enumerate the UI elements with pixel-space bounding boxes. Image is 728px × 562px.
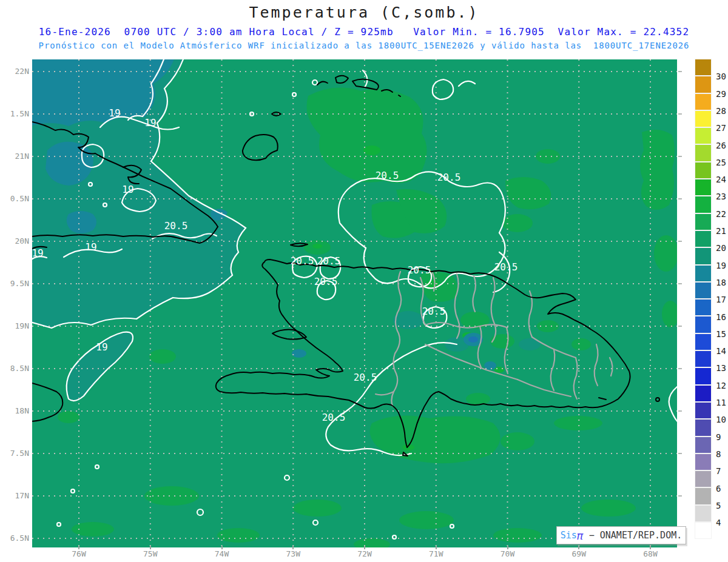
colorbar-tick-label: 24 [716, 174, 726, 185]
y-axis-label: 22N [0, 67, 29, 76]
contour-label: 19 [85, 241, 96, 253]
colorbar-tick-label: 5 [716, 500, 721, 511]
x-axis-label: 76W [59, 549, 98, 558]
colorbar-cell [695, 196, 711, 212]
contour-label: 19 [122, 184, 133, 195]
colorbar-cell [695, 179, 711, 195]
colorbar-tick-label: 23 [716, 191, 726, 202]
contour-label: 20.5 [408, 264, 431, 276]
colorbar-cell [695, 506, 711, 521]
x-axis-tick [650, 546, 651, 549]
y-axis-label: 8.5N [0, 364, 29, 373]
colorbar-cell [695, 283, 711, 298]
colorbar-cell [695, 454, 711, 470]
y-axis-label: 0.5N [0, 194, 29, 204]
x-axis-tick [364, 546, 365, 549]
page-title: Temperatura (C,somb.) [0, 4, 728, 21]
x-axis-tick [436, 546, 437, 549]
contour-label: 20.5 [422, 306, 446, 317]
contour-label: 19 [144, 117, 156, 129]
colorbar-cell [695, 316, 711, 332]
contour-label: 19 [96, 341, 107, 353]
colorbar-tick-label: 22 [716, 209, 726, 219]
colorbar-cell [695, 437, 711, 453]
colorbar-cell [695, 111, 711, 127]
right-lat-tick [678, 368, 682, 369]
colorbar-cell [695, 368, 711, 384]
x-axis-label: 74W [203, 549, 241, 558]
y-axis-label: 1.5N [0, 109, 29, 119]
x-axis-tick [221, 546, 223, 549]
colorbar-cell [695, 488, 711, 504]
colorbar-tick-label: 10 [716, 414, 726, 425]
colorbar-tick-label: 4 [716, 517, 721, 528]
temperature-fill-layer [32, 59, 677, 547]
colorbar-tick-label: 11 [716, 397, 726, 408]
colorbar-cell [695, 351, 711, 367]
contour-label: 20.5 [317, 255, 341, 267]
contour-label: 20.5 [164, 220, 188, 232]
colorbar-tick-label: 15 [716, 329, 726, 340]
y-axis-label: 6.5N [0, 534, 29, 543]
x-axis-label: 72W [345, 549, 384, 558]
right-lat-tick [678, 113, 682, 115]
right-lat-tick [678, 326, 682, 327]
colorbar-cell [695, 214, 711, 230]
watermark-organization: − ONAMET/REP.DOM. [584, 530, 682, 541]
colorbar-tick-label: 17 [716, 294, 726, 305]
y-axis-label: 17N [0, 491, 29, 501]
contour-label: 20.5 [354, 372, 377, 383]
x-axis-label: 69W [559, 549, 598, 558]
colorbar-cell [695, 386, 711, 401]
x-axis-label: 75W [131, 549, 170, 558]
x-axis-label: 71W [417, 549, 456, 558]
colorbar-tick-label: 28 [716, 105, 726, 116]
x-axis-tick [578, 546, 579, 549]
right-lat-tick [678, 495, 682, 497]
colorbar-cell [695, 162, 711, 178]
y-axis-label: 7.5N [0, 449, 29, 458]
colorbar-tick-label: 18 [716, 277, 726, 288]
colorbar-tick-label: 30 [716, 71, 726, 82]
contour-label: 20.5 [314, 276, 338, 287]
right-lat-tick [678, 283, 682, 284]
colorbar-cell [695, 299, 711, 315]
colorbar-cell [695, 231, 711, 247]
y-axis-label: 20N [0, 236, 29, 246]
y-axis-label: 18N [0, 406, 29, 416]
contour-label: 20.5 [437, 172, 461, 183]
model-init-line: Pronóstico con el Modelo Atmósferico WRF… [0, 41, 728, 50]
colorbar-tick-label: 21 [716, 226, 726, 236]
colorbar-cell [695, 76, 711, 92]
forecast-datetime-line: 16-Ene-2026 0700 UTC / 3:00 am Hora Loca… [0, 26, 728, 38]
x-axis-label: 73W [274, 549, 312, 558]
x-axis-label: 68W [631, 549, 670, 558]
right-lat-tick [678, 453, 682, 454]
right-lat-tick [678, 198, 682, 199]
contour-label: 20.5 [291, 255, 314, 267]
colorbar-cell [695, 266, 711, 281]
x-axis-tick [150, 546, 151, 549]
map-plot-area: 19191919191920.520.520.520.520.520.520.5… [32, 59, 677, 547]
colorbar-tick-label: 27 [716, 122, 726, 133]
temperature-map-svg: 19191919191920.520.520.520.520.520.520.5… [32, 59, 677, 547]
colorbar-cell [695, 334, 711, 350]
colorbar-tick-label: 14 [716, 346, 726, 356]
colorbar-cell [695, 59, 711, 75]
watermark-product: Sis [561, 530, 577, 541]
colorbar-tick-label: 8 [716, 449, 721, 460]
colorbar-cell [695, 403, 711, 418]
watermark: Sisπ − ONAMET/REP.DOM. [556, 526, 686, 544]
colorbar-cell [695, 248, 711, 264]
colorbar-tick-label: 6 [716, 483, 721, 494]
colorbar-cell [695, 523, 711, 538]
y-axis-label: 19N [0, 321, 29, 331]
contour-label: 20.5 [322, 412, 346, 423]
colorbar-tick-label: 20 [716, 243, 726, 253]
y-axis-label: 21N [0, 152, 29, 161]
right-lat-tick [678, 410, 682, 412]
right-lat-tick [678, 156, 682, 157]
colorbar-tick-label: 13 [716, 363, 726, 373]
colorbar-tick-label: 29 [716, 89, 726, 99]
colorbar-tick-label: 7 [716, 466, 721, 477]
